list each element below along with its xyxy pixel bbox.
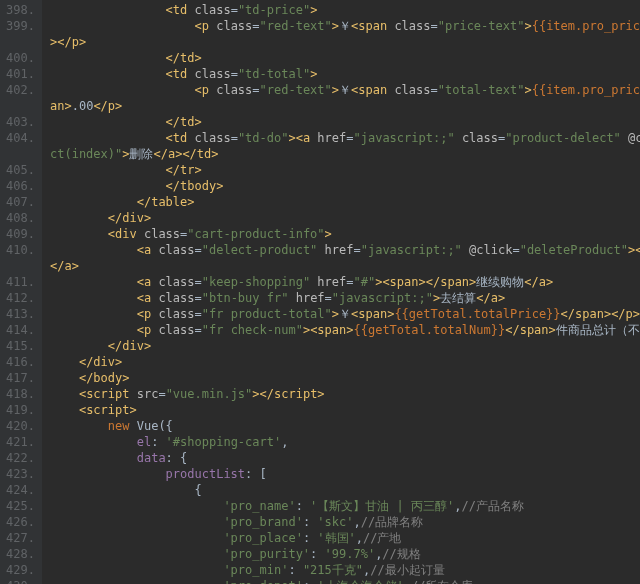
code-line[interactable]: ct(index)">删除</a></td> <box>50 146 640 162</box>
code-line[interactable]: <div class="cart-product-info"> <box>50 226 640 242</box>
line-number: 410. <box>6 242 32 258</box>
line-number: 428. <box>6 546 32 562</box>
code-line[interactable]: ></p> <box>50 34 640 50</box>
line-number: 419. <box>6 402 32 418</box>
line-number: 429. <box>6 562 32 578</box>
code-line[interactable]: 'pro_brand': 'skc',//品牌名称 <box>50 514 640 530</box>
code-line[interactable]: <a class="delect-product" href="javascri… <box>50 242 640 258</box>
code-line[interactable]: <script> <box>50 402 640 418</box>
line-number: 408. <box>6 210 32 226</box>
line-number-gutter: 398.399.400.401.402.403.404.405.406.407.… <box>0 0 42 584</box>
line-number: 411. <box>6 274 32 290</box>
line-number: 430. <box>6 578 32 584</box>
code-line[interactable]: </body> <box>50 370 640 386</box>
code-line[interactable]: <p class="fr product-total">￥<span>{{get… <box>50 306 640 322</box>
line-number: 409. <box>6 226 32 242</box>
line-number <box>6 258 32 274</box>
code-line[interactable]: <td class="td-do"><a href="javascript:;"… <box>50 130 640 146</box>
code-line[interactable]: 'pro_place': '韩国',//产地 <box>50 530 640 546</box>
line-number: 401. <box>6 66 32 82</box>
code-line[interactable]: </a> <box>50 258 640 274</box>
line-number: 404. <box>6 130 32 146</box>
line-number: 407. <box>6 194 32 210</box>
line-number: 424. <box>6 482 32 498</box>
line-number: 403. <box>6 114 32 130</box>
line-number <box>6 34 32 50</box>
line-number: 402. <box>6 82 32 98</box>
line-number: 417. <box>6 370 32 386</box>
code-line[interactable]: </div> <box>50 210 640 226</box>
line-number: 421. <box>6 434 32 450</box>
code-line[interactable]: <a class="btn-buy fr" href="javascript:;… <box>50 290 640 306</box>
line-number: 418. <box>6 386 32 402</box>
code-line[interactable]: el: '#shopping-cart', <box>50 434 640 450</box>
code-line[interactable]: 'pro_depot': '上海仓海仓储',//所在仓库 <box>50 578 640 584</box>
line-number: 427. <box>6 530 32 546</box>
line-number: 406. <box>6 178 32 194</box>
code-content[interactable]: <td class="td-price"> <p class="red-text… <box>42 0 640 584</box>
code-line[interactable]: productList: [ <box>50 466 640 482</box>
code-line[interactable]: <p class="red-text">￥<span class="total-… <box>50 82 640 98</box>
code-line[interactable]: </table> <box>50 194 640 210</box>
code-line[interactable]: <script src="vue.min.js"></script> <box>50 386 640 402</box>
code-line[interactable]: </td> <box>50 114 640 130</box>
line-number: 420. <box>6 418 32 434</box>
line-number: 412. <box>6 290 32 306</box>
code-line[interactable]: </td> <box>50 50 640 66</box>
code-line[interactable]: <a class="keep-shopping" href="#"><span>… <box>50 274 640 290</box>
line-number: 425. <box>6 498 32 514</box>
line-number: 415. <box>6 338 32 354</box>
code-line[interactable]: </tbody> <box>50 178 640 194</box>
line-number <box>6 146 32 162</box>
line-number: 422. <box>6 450 32 466</box>
line-number: 416. <box>6 354 32 370</box>
code-line[interactable]: 'pro_min': "215千克",//最小起订量 <box>50 562 640 578</box>
code-line[interactable]: 'pro_name': '【斯文】甘油 | 丙三醇',//产品名称 <box>50 498 640 514</box>
code-line[interactable]: new Vue({ <box>50 418 640 434</box>
code-line[interactable]: { <box>50 482 640 498</box>
code-line[interactable]: </tr> <box>50 162 640 178</box>
line-number: 414. <box>6 322 32 338</box>
line-number: 399. <box>6 18 32 34</box>
line-number: 426. <box>6 514 32 530</box>
line-number: 423. <box>6 466 32 482</box>
code-editor[interactable]: 398.399.400.401.402.403.404.405.406.407.… <box>0 0 640 584</box>
code-line[interactable]: an>.00</p> <box>50 98 640 114</box>
code-line[interactable]: </div> <box>50 338 640 354</box>
code-line[interactable]: <td class="td-price"> <box>50 2 640 18</box>
line-number <box>6 98 32 114</box>
line-number: 405. <box>6 162 32 178</box>
line-number: 398. <box>6 2 32 18</box>
line-number: 400. <box>6 50 32 66</box>
code-line[interactable]: <p class="fr check-num"><span>{{getTotal… <box>50 322 640 338</box>
code-line[interactable]: <td class="td-total"> <box>50 66 640 82</box>
line-number: 413. <box>6 306 32 322</box>
code-line[interactable]: data: { <box>50 450 640 466</box>
code-line[interactable]: </div> <box>50 354 640 370</box>
code-line[interactable]: 'pro_purity': '99.7%',//规格 <box>50 546 640 562</box>
code-line[interactable]: <p class="red-text">￥<span class="price-… <box>50 18 640 34</box>
